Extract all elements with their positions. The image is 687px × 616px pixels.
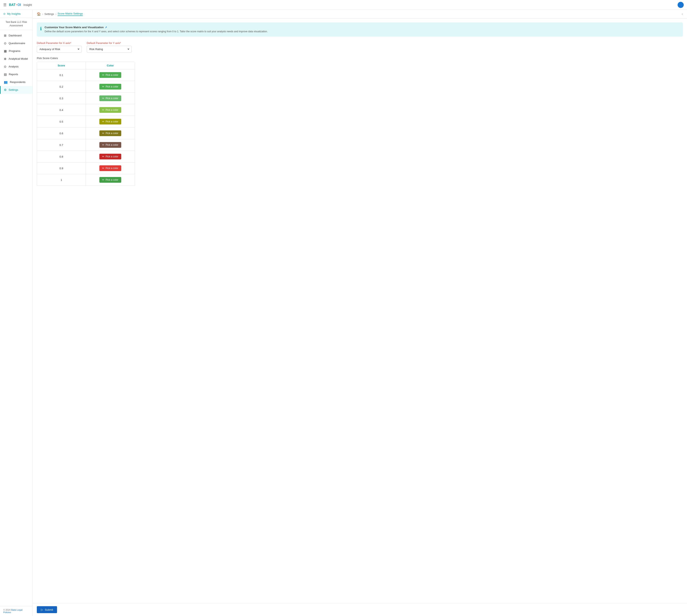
table-row: 0.5✏Pick a color [37,116,135,128]
color-cell: ✏Pick a color [86,81,135,92]
y-axis-select[interactable]: Risk RatingAdequacy of RiskRisk Level [87,46,132,52]
pencil-icon: ✏ [102,109,104,111]
footer-bar: ▷ Submit [33,603,687,616]
user-avatar[interactable]: 👤 [678,2,684,8]
breadcrumb-settings[interactable]: Settings [44,13,54,16]
pick-color-label: Pick a color [106,178,118,181]
my-insights-label: My Insights [7,12,21,15]
pick-color-label: Pick a color [106,144,118,146]
color-cell: ✏Pick a color [86,162,135,174]
sidebar-item-programs[interactable]: ▦ Programs [0,47,33,55]
pick-color-label: Pick a color [106,97,118,100]
score-value: 0.6 [37,128,86,139]
color-cell: ✏Pick a color [86,174,135,185]
logo-bat-text: BAT [9,3,16,7]
color-cell: ✏Pick a color [86,151,135,162]
footer-copyright: © 2024 [3,609,10,611]
navbar-title: Insight [23,3,32,6]
color-cell: ✏Pick a color [86,69,135,81]
sidebar-item-label: Analytical Model [8,57,28,60]
score-table-header: Score Color [37,62,135,69]
pick-color-button[interactable]: ✏Pick a color [99,84,121,89]
table-row: 1✏Pick a color [37,174,135,185]
reports-icon: ▤ [4,72,7,76]
pick-color-button[interactable]: ✏Pick a color [99,166,121,171]
breadcrumb-sep2: › [55,12,56,16]
my-insights-icon: ⊙ [3,12,5,15]
breadcrumb-home[interactable]: 🏠 [37,12,41,16]
footer-brand-link[interactable]: Batoi [11,609,16,611]
score-value: 0.4 [37,104,86,116]
sidebar-item-label: Settings [8,88,18,91]
settings-icon: ⚙ [4,88,6,92]
sidebar-item-questionnaire[interactable]: ⊙ Questionnaire [0,40,33,47]
sidebar-my-insights[interactable]: ⊙ My Insights [0,10,33,18]
table-row: 0.3✏Pick a color [37,93,135,104]
sidebar-footer: © 2024 Batoi Legal Policies [0,606,33,616]
y-axis-group: Default Parameter for Y axis* Risk Ratin… [87,42,132,52]
sidebar-org: Test Bank LLC Risk Assessment [0,18,33,30]
sidebar-item-respondents[interactable]: 👥 Respondents [0,78,33,86]
submit-button[interactable]: ▷ Submit [37,606,57,613]
pick-color-label: Pick a color [106,73,118,76]
pick-color-button[interactable]: ✏Pick a color [99,130,121,136]
programs-icon: ▦ [4,49,7,53]
color-cell: ✏Pick a color [86,116,135,127]
questionnaire-icon: ⊙ [4,42,6,45]
respondents-icon: 👥 [4,80,8,84]
breadcrumb: 🏠 › Settings › Score Matrix Settings ‹ [33,10,687,18]
score-table: Score Color 0.1✏Pick a color0.2✏Pick a c… [37,62,135,186]
pick-color-button[interactable]: ✏Pick a color [99,95,121,101]
external-link-icon[interactable]: ↗ [105,26,107,29]
pencil-icon: ✏ [102,178,104,181]
breadcrumb-left: 🏠 › Settings › Score Matrix Settings [37,12,83,16]
pencil-icon: ✏ [102,155,104,158]
navbar-left: ☰ BAT®OI Insight [3,3,32,7]
info-banner: ℹ Customize Your Score Matrix and Visual… [37,22,683,37]
pick-color-label: Pick a color [106,132,118,135]
pick-color-button[interactable]: ✏Pick a color [99,177,121,183]
pick-color-button[interactable]: ✏Pick a color [99,107,121,113]
pencil-icon: ✏ [102,73,104,76]
color-cell: ✏Pick a color [86,93,135,104]
score-value: 0.9 [37,162,86,174]
y-axis-label: Default Parameter for Y axis* [87,42,132,45]
analytical-model-icon: ⊕ [4,57,6,61]
logo-oi-text: OI [18,3,21,7]
sidebar-item-dashboard[interactable]: ⊞ Dashboard [0,32,33,40]
score-value: 0.1 [37,69,86,81]
sidebar-item-analysis[interactable]: ⊙ Analysis [0,63,33,70]
pencil-icon: ✏ [102,132,104,135]
sidebar-item-label: Respondents [10,81,25,84]
sidebar-item-reports[interactable]: ▤ Reports [0,70,33,78]
page-body: ℹ Customize Your Score Matrix and Visual… [33,18,687,603]
x-axis-group: Default Parameter for X axis* Adequacy o… [37,42,82,52]
pick-color-label: Pick a color [106,120,118,123]
sidebar-item-settings[interactable]: ⚙ Settings [0,86,33,94]
score-col-header: Score [37,62,86,69]
color-cell: ✏Pick a color [86,139,135,151]
score-rows-container: 0.1✏Pick a color0.2✏Pick a color0.3✏Pick… [37,69,135,185]
info-content: Customize Your Score Matrix and Visualiz… [45,26,267,33]
breadcrumb-score-matrix[interactable]: Score Matrix Settings [58,12,83,16]
table-row: 0.2✏Pick a color [37,81,135,93]
table-row: 0.6✏Pick a color [37,128,135,139]
sidebar-item-analytical-model[interactable]: ⊕ Analytical Model [0,55,33,63]
pick-color-button[interactable]: ✏Pick a color [99,72,121,78]
app-body: ⊙ My Insights Test Bank LLC Risk Assessm… [0,10,687,616]
pick-color-button[interactable]: ✏Pick a color [99,119,121,125]
breadcrumb-toggle[interactable]: ‹ [682,12,683,16]
color-col-header: Color [86,62,135,69]
table-row: 0.9✏Pick a color [37,162,135,174]
score-value: 1 [37,174,86,185]
sidebar-nav: ⊞ Dashboard ⊙ Questionnaire ▦ Programs ⊕… [0,30,33,606]
pick-color-button[interactable]: ✏Pick a color [99,154,121,159]
navbar: ☰ BAT®OI Insight 👤 [0,0,687,10]
info-title: Customize Your Score Matrix and Visualiz… [45,26,267,29]
form-row: Default Parameter for X axis* Adequacy o… [37,42,683,52]
hamburger-icon[interactable]: ☰ [3,3,6,7]
pick-color-button[interactable]: ✏Pick a color [99,142,121,148]
x-axis-select[interactable]: Adequacy of RiskRisk RatingRisk Level [37,46,82,52]
score-value: 0.2 [37,81,86,92]
info-icon: ℹ [40,26,42,31]
